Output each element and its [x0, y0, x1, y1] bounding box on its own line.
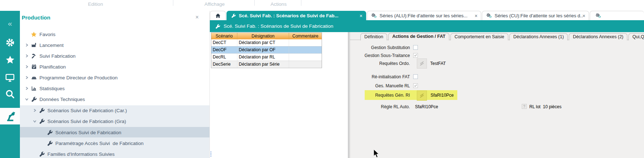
tree-item-parametrage-acces[interactable]: Paramétrage Accès Suivi de Fabrication	[20, 138, 230, 149]
gear-icon	[5, 38, 15, 47]
table-header-row: Scénario Désignation Commentaire	[211, 33, 322, 39]
close-panel-button[interactable]: ×	[195, 14, 199, 20]
chevron-right-icon[interactable]	[24, 65, 29, 69]
tree-item-suivi-fabrication[interactable]: Suivi Fabrication	[20, 51, 214, 61]
panel-title: Production	[22, 14, 50, 21]
menu-affichage[interactable]: Affichage	[200, 1, 229, 7]
chevron-right-icon[interactable]	[32, 109, 37, 112]
tab-series-alu[interactable]: Séries (ALU):File d'attente sur les séri…	[367, 11, 481, 20]
tree-item-label: Favoris	[39, 32, 55, 37]
tab-declarations-annexes-1[interactable]: Déclarations Annexes (1)	[509, 33, 568, 40]
chevron-right-icon[interactable]	[24, 87, 29, 90]
document-title-bar: Scé. Suivi Fab. : Scénarios de Suivi de …	[210, 20, 644, 32]
scenarios-table: Scénario Désignation Commentaire DecCT D…	[211, 32, 322, 68]
tree-item-label: Programme Directeur de Production	[39, 75, 118, 80]
column-header-designation[interactable]: Désignation	[237, 33, 289, 39]
wrench-icon	[231, 13, 236, 18]
tree-item-label: Scénarios Suivi de Fabrication	[55, 130, 121, 135]
collapse-sidebar-button[interactable]: «	[0, 15, 20, 31]
cell-commentaire	[289, 54, 322, 61]
cell-designation: Déclaration par RL	[237, 54, 289, 61]
wrench-icon	[47, 130, 53, 135]
tree-item-scenarios-suivi-selected[interactable]: Scénarios Suivi de Fabrication	[20, 127, 230, 138]
tree-item-scenarios-gra[interactable]: Scénarios Suivi de Fabrication (Gra)	[20, 116, 222, 127]
column-header-scenario[interactable]: Scénario	[211, 33, 237, 39]
tree-item-label: Données Techniques	[39, 97, 85, 102]
menu-edition[interactable]: Edition	[81, 1, 110, 7]
tree-item-planification[interactable]: Planification	[20, 61, 214, 72]
value-requetes-gen-ri: SfaRI10Pce	[431, 93, 454, 98]
mouse-cursor	[373, 149, 380, 158]
tab-partial[interactable]	[590, 11, 644, 20]
menu-separator	[254, 0, 255, 6]
chevron-right-icon[interactable]	[24, 54, 29, 58]
gears-icon	[371, 13, 377, 19]
star-icon	[31, 31, 37, 38]
tab-declarations-annexes-2[interactable]: Déclarations Annexes (2)	[569, 33, 627, 40]
chevron-right-icon[interactable]	[24, 76, 29, 79]
hammer-icon	[31, 53, 37, 59]
monitor-button[interactable]	[0, 70, 20, 85]
help-button[interactable]: ?	[522, 104, 527, 109]
modules-button[interactable]	[0, 35, 20, 51]
search-button[interactable]	[0, 86, 20, 102]
gears-icon	[595, 13, 601, 19]
table-row-selected[interactable]: DecOF Déclaration par OF	[211, 46, 322, 53]
tree-item-label: Scénarios Suivi de Fabrication (Gra)	[47, 119, 126, 124]
monitor-icon	[5, 73, 15, 83]
tab-definition[interactable]: Définition	[360, 33, 387, 40]
checkbox-gestion-sous-traitance[interactable]	[413, 53, 418, 58]
run-query-button-ri[interactable]	[417, 91, 427, 101]
close-tab-icon[interactable]: ×	[582, 13, 585, 18]
menu-bar: Edition Affichage Actions	[0, 0, 644, 11]
column-header-commentaire[interactable]: Commentaire	[289, 33, 322, 39]
tree-item-label: Familles d'Informations Suivies	[47, 152, 115, 157]
tree-item-lancement[interactable]: Lancement	[20, 40, 214, 51]
tab-scenarios-active[interactable]: Scé. Suivi Fab. : Scénarios de Suivi de …	[226, 11, 366, 20]
tab-qui-quoi[interactable]: Qui,Qu	[628, 33, 644, 40]
robot-arm-icon	[5, 111, 16, 122]
favorites-button[interactable]	[0, 52, 20, 68]
menu-actions[interactable]: Actions	[264, 1, 293, 7]
tree-item-scenarios-car[interactable]: Scénarios Suivi de Fabrication (Car.)	[20, 105, 222, 116]
cell-designation: Déclaration par OF	[237, 47, 289, 53]
table-row[interactable]: DecRL Déclaration par RL	[211, 53, 322, 61]
factory-icon	[31, 42, 37, 48]
tab-comportement-saisie[interactable]: Comportement en Saisie	[450, 33, 508, 40]
check-icon	[414, 54, 417, 57]
close-tab-icon[interactable]: ×	[360, 13, 363, 18]
tree-item-familles-informations[interactable]: Familles d'Informations Suivies	[20, 149, 222, 158]
close-tab-icon[interactable]: ×	[475, 13, 478, 18]
tab-home[interactable]	[210, 11, 226, 20]
tree-item-favoris[interactable]: Favoris	[20, 29, 214, 40]
chevron-down-icon[interactable]	[32, 120, 37, 123]
tab-label: Séries (CU):File d'attente sur les série…	[495, 13, 582, 18]
label-requetes-gen-ri: Requêtes Gén. RI	[329, 93, 410, 98]
execute-icon	[419, 60, 425, 67]
checkbox-re-initialisation-fat[interactable]	[413, 74, 418, 79]
tree-item-programme-directeur[interactable]: Programme Directeur de Production	[20, 72, 214, 83]
chevron-right-icon[interactable]	[24, 43, 29, 47]
table-row[interactable]: DecCT Déclaration par CT	[211, 39, 322, 46]
chevron-down-icon[interactable]	[24, 98, 29, 101]
left-icon-rail: «	[0, 11, 20, 158]
tree-item-donnees-techniques[interactable]: Données Techniques	[20, 94, 214, 105]
label-regle-rl-auto: Règle RL Auto.	[329, 104, 410, 109]
tree-item-statistiques[interactable]: Statistiques	[20, 83, 214, 94]
tab-series-cu[interactable]: Séries (CU):File d'attente sur les série…	[482, 11, 589, 20]
rl-lot-note: RL lot 10 pièces	[529, 104, 562, 109]
checkbox-ges-manuelle-rl[interactable]	[413, 83, 418, 88]
checkbox-gestion-substitution[interactable]	[413, 45, 418, 50]
menu-separator	[173, 0, 173, 6]
table-row[interactable]: DecSerie Déclaration par Série	[211, 61, 322, 68]
cell-commentaire	[289, 39, 322, 46]
focus-artifact	[211, 152, 211, 157]
detail-tabstrip: Définition Actions de Gestion / FAT Comp…	[360, 33, 644, 40]
wrench-icon	[215, 24, 220, 29]
run-query-button[interactable]	[417, 58, 427, 69]
tree-item-label: Statistiques	[39, 86, 65, 91]
table-area: Scénario Désignation Commentaire DecCT D…	[210, 32, 348, 158]
tab-actions-gestion-fat[interactable]: Actions de Gestion / FAT	[388, 33, 449, 40]
cell-scenario: DecRL	[211, 54, 237, 61]
production-module-button[interactable]	[0, 108, 20, 124]
